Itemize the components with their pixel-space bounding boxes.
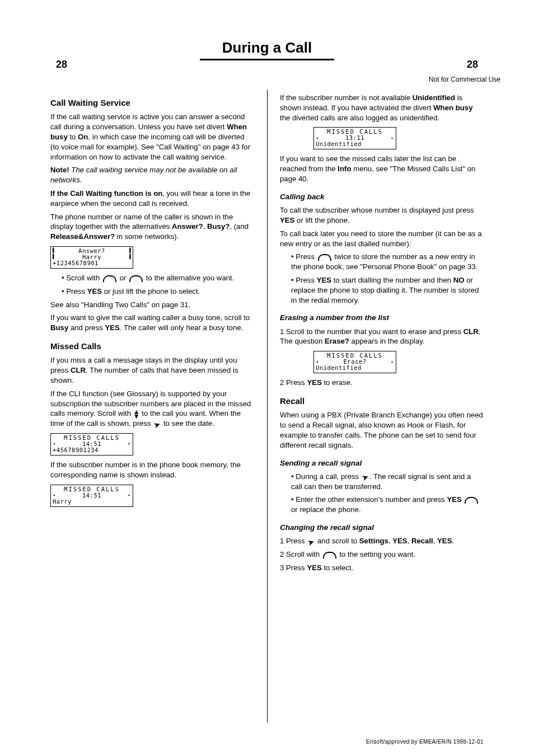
step-erase-2: 2 Press YES to erase. [280, 378, 484, 388]
bullet-recall-b: • Enter the other extension's number and… [280, 495, 484, 515]
para-callback-2: To call back later you need to store the… [280, 229, 484, 249]
plane-icon [308, 541, 314, 542]
step-change-1: 1 Press and scroll to Settings, YES, Rec… [280, 536, 484, 546]
heading-recall: Recall [280, 396, 484, 407]
plane-icon [362, 476, 368, 477]
heading-call-waiting: Call Waiting Service [50, 97, 255, 109]
heading-callback: Calling back [280, 192, 484, 202]
hook-icon [323, 552, 336, 558]
hook-icon [465, 497, 478, 504]
heading-missed-calls: Missed Calls [50, 341, 255, 352]
step-erase-1: 1 Scroll to the number that you want to … [280, 327, 484, 347]
lcd-unidentified: MISSED CALLS ◂13:11▸ Unidentified [313, 127, 396, 149]
hook-left-icon [103, 275, 116, 282]
bullet-callback-store: • Press twice to store the number as a n… [280, 252, 484, 272]
para-cw-display: The phone number or name of the caller i… [50, 212, 255, 242]
page-label-right: Not for Commercial Use [429, 76, 500, 83]
heading-sending-recall: Sending a recall signal [280, 458, 484, 468]
para-missed-name: If the subscriber number is in the phone… [50, 460, 255, 480]
heading-erasing: Erasing a number from the list [280, 313, 484, 323]
heading-change-recall: Changing the recall signal [280, 523, 484, 533]
bullet-recall-a: • During a call, press . The recall sign… [280, 472, 484, 492]
para-missed-2: If the CLI function (see Glossary) is su… [50, 389, 255, 429]
page-number-right: 28 [461, 59, 484, 71]
para-missed-1: If you miss a call a message stays in th… [50, 355, 255, 385]
para-recall-1: When using a PBX (Private Branch Exchang… [280, 410, 484, 450]
hook-right-icon [318, 254, 331, 261]
para-cw-busy: If you want to give the call waiting cal… [50, 313, 255, 333]
bullet-cw-scroll: • Scroll with or to the alternative you … [50, 273, 255, 283]
columns: Call Waiting Service If the call waiting… [50, 90, 484, 722]
para-callback-1: To call the subscriber whose number is d… [280, 205, 484, 226]
lcd-answer: ▌Answer?▐ ▌Harry▐ +12345678901 [50, 246, 133, 269]
para-cw-intro: If the call waiting service is active yo… [50, 112, 255, 162]
para-later-info: If you want to see the missed calls late… [280, 154, 484, 184]
page-root: During a Call 28 28 Not for Commercial U… [0, 0, 534, 756]
lcd-missed-1: MISSED CALLS ◂14:51▸ +45678901234 [50, 433, 133, 456]
step-change-3: 3 Press YES to select. [280, 563, 484, 573]
scroll-icon [133, 410, 140, 419]
page-title: During a Call [155, 39, 379, 60]
bullet-cw-yes: • Press YES or just lift the phone to se… [50, 287, 255, 297]
step-change-2: 2 Scroll with to the setting you want. [280, 550, 484, 560]
lcd-erase: MISSED CALLS ◂Erase?▸ Unidentified [313, 351, 396, 373]
page-number-left: 28 [50, 59, 73, 71]
column-right: If the subscriber number is not availabl… [267, 90, 484, 722]
plane-icon [154, 424, 160, 425]
para-unidentified: If the subscriber number is not availabl… [280, 93, 484, 123]
column-left: Call Waiting Service If the call waiting… [50, 90, 267, 722]
bullet-callback-redial: • Press YES to start dialling the number… [280, 275, 484, 305]
hook-right-icon [129, 275, 143, 282]
para-cw-tone: If the Call Waiting function is on, you … [50, 189, 255, 209]
para-cw-twocalls: See also "Handling Two Calls" on page 31… [50, 300, 255, 310]
footer-note: Erisoft/approved by EMEA/ER/N 1998-12-01 [366, 739, 484, 745]
para-cw-note: Note! The call waiting service may not b… [50, 165, 255, 185]
lcd-missed-2: MISSED CALLS ◂14:51▸ Harry [50, 485, 133, 507]
